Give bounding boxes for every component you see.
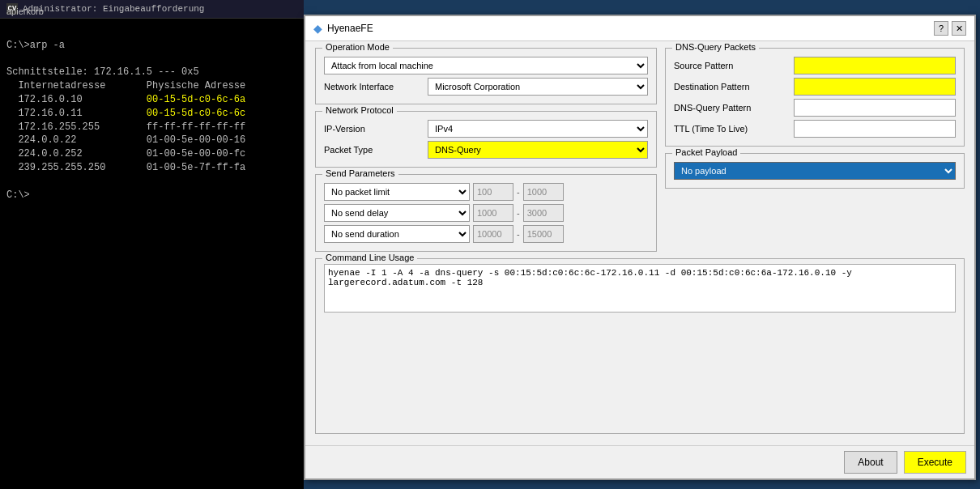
dialog-title-left: ◆ HyenaeFE: [313, 22, 373, 35]
dialog-titlebar: ◆ HyenaeFE ? ✕: [305, 16, 974, 41]
payload-row: No payload Random payload Fixed payload: [674, 162, 956, 180]
dns-query-pattern-input[interactable]: largerecord.adatum.com: [794, 99, 956, 117]
ttl-label: TTL (Time To Live): [674, 124, 787, 134]
packet-type-row: Packet Type DNS-Query ARP ICMP TCP UDP: [324, 141, 648, 159]
terminal-pane: CV Administrator: Eingabeaufforderung C:…: [0, 0, 304, 489]
help-button[interactable]: ?: [934, 21, 948, 36]
send-parameters-group: Send Parameters No packet limit Fixed pa…: [315, 174, 657, 252]
attack-row: Attack from local machine Attack from re…: [324, 57, 648, 74]
network-protocol-legend: Network Protocol: [322, 105, 397, 115]
network-interface-row: Network Interface Microsoft Corporation: [324, 78, 648, 96]
destination-pattern-row: Destination Pattern 00:15:5d:c0:6c:6a-17…: [674, 78, 956, 96]
payload-select[interactable]: No payload Random payload Fixed payload: [674, 162, 956, 180]
ip-version-label: IP-Version: [324, 124, 421, 134]
attack-mode-select[interactable]: Attack from local machine Attack from re…: [324, 57, 648, 74]
network-interface-label: Network Interface: [324, 82, 421, 91]
destination-pattern-input[interactable]: 00:15:5d:c0:6c:6a-172.16.0.10: [794, 78, 956, 96]
mac-highlight-1: 00-15-5d-c0-6c-6a: [147, 94, 245, 105]
dns-query-packets-group: DNS-Query Packets Source Pattern 00:15:5…: [665, 48, 965, 147]
terminal-line-1: C:\>arp -a Schnittstelle: 172.16.1.5 ---…: [6, 40, 245, 201]
ip-version-row: IP-Version IPv4 IPv6: [324, 120, 648, 138]
ip-version-select[interactable]: IPv4 IPv6: [428, 120, 648, 138]
command-line-textarea[interactable]: hyenae -I 1 -A 4 -a dns-query -s 00:15:5…: [324, 264, 956, 313]
dash-3: -: [517, 229, 520, 239]
destination-pattern-label: Destination Pattern: [674, 82, 787, 91]
mac-highlight-2: 00-15-5d-c0-6c-6c: [147, 108, 245, 119]
bottom-bar: About Execute: [305, 445, 974, 478]
source-pattern-label: Source Pattern: [674, 61, 787, 70]
send-duration-num2[interactable]: [523, 225, 564, 243]
send-row-1: No packet limit Fixed packet count Rando…: [324, 183, 648, 201]
taskbar-label: apierkorb: [6, 6, 44, 16]
top-section: Operation Mode Attack from local machine…: [315, 48, 965, 252]
dash-2: -: [517, 208, 520, 218]
command-line-group: Command Line Usage hyenae -I 1 -A 4 -a d…: [315, 258, 965, 434]
main-dialog: ◆ HyenaeFE ? ✕ Operation Mode Attack fro…: [304, 15, 976, 480]
send-row-2: No send delay Fixed send delay Random se…: [324, 204, 648, 222]
packet-payload-legend: Packet Payload: [672, 147, 740, 157]
send-row-3: No send duration Fixed send duration Ran…: [324, 225, 648, 243]
send-delay-num2[interactable]: [523, 204, 564, 222]
dash-1: -: [517, 187, 520, 197]
source-pattern-row: Source Pattern 00:15:5d:c0:6c:6c-172.16.…: [674, 57, 956, 74]
packet-limit-num2[interactable]: [523, 183, 564, 201]
ttl-input[interactable]: 128: [794, 120, 956, 138]
command-line-legend: Command Line Usage: [322, 253, 417, 262]
left-column: Operation Mode Attack from local machine…: [315, 48, 657, 252]
send-duration-num1[interactable]: [473, 225, 513, 243]
packet-type-select[interactable]: DNS-Query ARP ICMP TCP UDP: [428, 141, 648, 159]
main-content-area: Operation Mode Attack from local machine…: [305, 41, 974, 440]
terminal-titlebar: CV Administrator: Eingabeaufforderung: [0, 0, 304, 19]
terminal-title: Administrator: Eingabeaufforderung: [23, 4, 204, 14]
source-pattern-input[interactable]: 00:15:5d:c0:6c:6c-172.16.0.11: [794, 57, 956, 74]
send-delay-select[interactable]: No send delay Fixed send delay Random se…: [324, 204, 470, 222]
right-column: DNS-Query Packets Source Pattern 00:15:5…: [665, 48, 965, 252]
dialog-controls[interactable]: ? ✕: [934, 21, 966, 36]
packet-type-label: Packet Type: [324, 145, 421, 155]
execute-button[interactable]: Execute: [904, 451, 966, 474]
network-interface-select[interactable]: Microsoft Corporation: [428, 78, 648, 96]
close-button[interactable]: ✕: [952, 21, 966, 36]
operation-mode-legend: Operation Mode: [322, 42, 393, 52]
send-duration-select[interactable]: No send duration Fixed send duration Ran…: [324, 225, 470, 243]
dns-query-packets-legend: DNS-Query Packets: [672, 42, 759, 52]
dns-query-pattern-row: DNS-Query Pattern largerecord.adatum.com: [674, 99, 956, 117]
terminal-content: C:\>arp -a Schnittstelle: 172.16.1.5 ---…: [0, 19, 304, 489]
ttl-row: TTL (Time To Live) 128: [674, 120, 956, 138]
app-icon: ◆: [313, 22, 322, 35]
dialog-title: HyenaeFE: [327, 23, 373, 34]
about-button[interactable]: About: [844, 451, 897, 474]
packet-limit-select[interactable]: No packet limit Fixed packet count Rando…: [324, 183, 470, 201]
operation-mode-group: Operation Mode Attack from local machine…: [315, 48, 657, 104]
packet-payload-group: Packet Payload No payload Random payload…: [665, 153, 965, 189]
dns-query-pattern-label: DNS-Query Pattern: [674, 103, 787, 113]
send-parameters-legend: Send Parameters: [322, 168, 398, 178]
packet-limit-num1[interactable]: [473, 183, 513, 201]
send-delay-num1[interactable]: [473, 204, 513, 222]
network-protocol-group: Network Protocol IP-Version IPv4 IPv6 Pa…: [315, 111, 657, 168]
